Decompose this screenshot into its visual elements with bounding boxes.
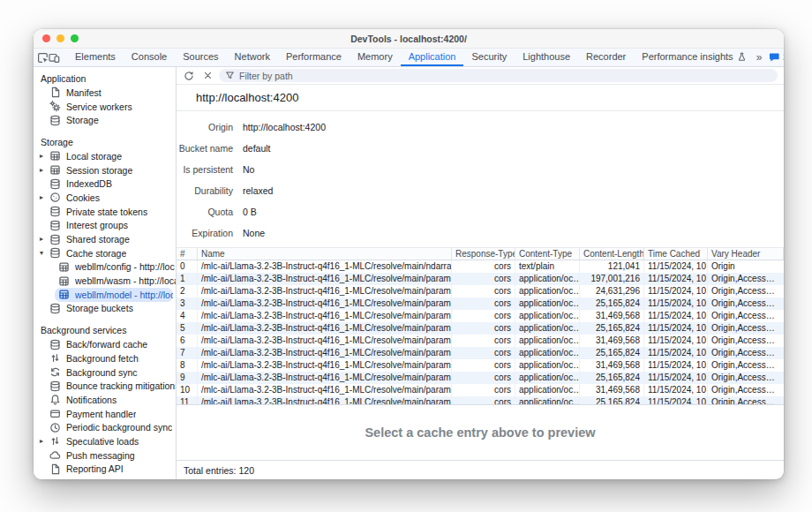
column-header-time-cached[interactable]: Time Cached [644,248,708,260]
tab-performance-insights[interactable]: Performance insights [634,49,754,66]
cell: 11/15/2024, 10… [644,347,708,359]
traffic-lights [42,29,79,48]
sidebar-item-session-storage[interactable]: ▸Session storage [34,163,176,177]
tab-network[interactable]: Network [227,49,278,66]
database-icon [49,220,61,231]
column-header-content-length[interactable]: Content-Length [580,248,644,260]
cache-entry-row-7[interactable]: 7/mlc-ai/Llama-3.2-3B-Instruct-q4f16_1-M… [177,347,784,359]
preview-hint: Select a cache entry above to preview [365,425,595,440]
sidebar-item-manifest[interactable]: Manifest [34,86,176,100]
sidebar-item-notifications[interactable]: Notifications [34,393,176,407]
sidebar-item-indexeddb[interactable]: IndexedDB [34,177,176,191]
tab-memory[interactable]: Memory [350,49,401,66]
device-toolbar-icon[interactable] [49,49,60,66]
sidebar-item-local-storage[interactable]: ▸Local storage [34,149,176,163]
tab-label: Security [471,51,507,62]
cache-entry-row-4[interactable]: 4/mlc-ai/Llama-3.2-3B-Instruct-q4f16_1-M… [177,310,784,322]
sidebar-item-back-forward-cache[interactable]: Back/forward cache [34,337,176,351]
sidebar-item-label: webllm/config - http://loc… [75,261,176,272]
tab-label: Performance insights [642,51,733,62]
sidebar-item-payment-handler[interactable]: Payment handler [34,407,176,421]
sidebar-item-storage[interactable]: Storage [34,113,176,127]
section-title: Background services [34,323,176,337]
cell: 9 [177,372,198,384]
sidebar-item-private-state-tokens[interactable]: Private state tokens [34,205,176,219]
chevron-right-icon[interactable]: ▸ [40,236,49,243]
cell: 10 [177,384,198,396]
cell: 31,469,568 [580,335,644,347]
tab-label: Elements [75,51,116,62]
refresh-icon[interactable] [182,69,196,83]
tab-console[interactable]: Console [124,49,175,66]
sidebar-item-reporting-api[interactable]: Reporting API [34,463,176,477]
meta-value: default [243,143,271,154]
cache-entry-row-6[interactable]: 6/mlc-ai/Llama-3.2-3B-Instruct-q4f16_1-M… [177,335,784,347]
sidebar-item-shared-storage[interactable]: ▸Shared storage [34,232,176,246]
sidebar-item-bounce-tracking-mitigations[interactable]: Bounce tracking mitigations [34,379,176,393]
meta-label: Durability [177,185,233,196]
sidebar-item-speculative-loads[interactable]: ▸Speculative loads [34,434,176,448]
close-window-button[interactable] [42,34,50,42]
sidebar-item-cache-storage[interactable]: ▾Cache storage [34,246,176,260]
sidebar-item-webllm-config-http-loc[interactable]: webllm/config - http://loc… [34,260,176,275]
tab-sources[interactable]: Sources [175,49,226,66]
sidebar-item-periodic-background-sync[interactable]: Periodic background sync [34,420,176,434]
cache-entry-row-3[interactable]: 3/mlc-ai/Llama-3.2-3B-Instruct-q4f16_1-M… [177,297,784,310]
minimize-window-button[interactable] [56,34,64,42]
cache-entry-row-2[interactable]: 2/mlc-ai/Llama-3.2-3B-Instruct-q4f16_1-M… [177,285,784,297]
sidebar-item-background-sync[interactable]: Background sync [34,365,176,380]
cell: 11/15/2024, 10… [644,372,708,384]
sidebar-item-service-workers[interactable]: Service workers [34,100,176,114]
column-header-name[interactable]: Name [198,248,452,260]
preview-pane: Select a cache entry above to preview [177,404,784,460]
cell: Origin,Access… [708,372,784,384]
sidebar-item-cookies[interactable]: ▸Cookies [34,191,176,205]
sidebar-item-storage-buckets[interactable]: Storage buckets [34,302,176,316]
cache-entry-row-0[interactable]: 0/mlc-ai/Llama-3.2-3B-Instruct-q4f16_1-M… [177,260,784,273]
inspect-icon[interactable] [37,49,49,66]
cache-entry-row-5[interactable]: 5/mlc-ai/Llama-3.2-3B-Instruct-q4f16_1-M… [177,322,784,335]
more-tabs-chevron[interactable]: » [755,51,764,64]
chevron-right-icon[interactable]: ▸ [40,438,49,445]
cell: /mlc-ai/Llama-3.2-3B-Instruct-q4f16_1-ML… [198,297,452,310]
sidebar-item-push-messaging[interactable]: Push messaging [34,448,176,463]
column-header-vary-header[interactable]: Vary Header [708,248,784,260]
delete-selected-icon[interactable] [200,69,214,83]
tab-recorder[interactable]: Recorder [578,49,634,66]
titlebar[interactable]: DevTools - localhost:4200/ [34,29,784,49]
tab-security[interactable]: Security [463,49,515,66]
cell: 25,165,824 [580,297,644,310]
meta-label: Is persistent [177,164,233,175]
cache-entry-row-1[interactable]: 1/mlc-ai/Llama-3.2-3B-Instruct-q4f16_1-M… [177,273,784,285]
cache-entry-row-9[interactable]: 9/mlc-ai/Llama-3.2-3B-Instruct-q4f16_1-M… [177,372,784,384]
cell: Origin,Access… [708,322,784,335]
chevron-down-icon[interactable]: ▾ [40,250,49,257]
cell: 5 [177,322,198,335]
column-header-response-type[interactable]: Response-Type [452,248,515,260]
column-header-content-type[interactable]: Content-Type [515,248,580,260]
filter-box[interactable] [219,69,778,82]
tab-application[interactable]: Application [401,49,464,66]
cell: 7 [177,347,198,359]
chevron-right-icon[interactable]: ▸ [40,194,49,201]
sidebar-item-webllm-wasm-http-loca[interactable]: webllm/wasm - http://loca… [34,274,176,288]
console-messages-button[interactable]: 3 [769,52,784,63]
tab-elements[interactable]: Elements [67,49,124,66]
cache-entry-row-10[interactable]: 10/mlc-ai/Llama-3.2-3B-Instruct-q4f16_1-… [177,384,784,396]
filter-input[interactable] [239,71,771,81]
sidebar-item-background-fetch[interactable]: Background fetch [34,351,176,365]
cache-entry-row-8[interactable]: 8/mlc-ai/Llama-3.2-3B-Instruct-q4f16_1-M… [177,359,784,372]
sidebar-item-interest-groups[interactable]: Interest groups [34,219,176,233]
database-icon [49,247,61,259]
tab-lighthouse[interactable]: Lighthouse [515,49,578,66]
column-header-[interactable]: # [177,248,198,260]
zoom-window-button[interactable] [71,34,79,42]
database-icon [49,303,61,314]
tab-performance[interactable]: Performance [278,49,350,66]
cell: 25,165,824 [580,372,644,384]
cache-entry-row-11[interactable]: 11/mlc-ai/Llama-3.2-3B-Instruct-q4f16_1-… [177,396,784,404]
sidebar-item-webllm-model-http-loc[interactable]: webllm/model - http://loc… [55,288,173,302]
chevron-right-icon[interactable]: ▸ [40,153,49,160]
chevron-right-icon[interactable]: ▸ [40,167,49,174]
cell: /mlc-ai/Llama-3.2-3B-Instruct-q4f16_1-ML… [198,347,452,359]
